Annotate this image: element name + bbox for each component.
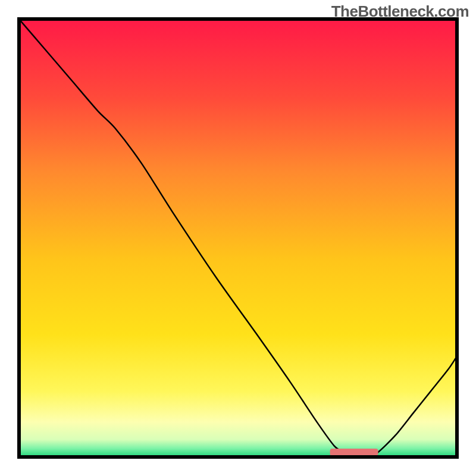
watermark: TheBottleneck.com — [331, 2, 469, 21]
optimal-marker — [330, 449, 378, 456]
chart-container: TheBottleneck.com — [0, 0, 476, 476]
gradient-background — [19, 19, 457, 457]
plot-svg — [0, 0, 476, 476]
